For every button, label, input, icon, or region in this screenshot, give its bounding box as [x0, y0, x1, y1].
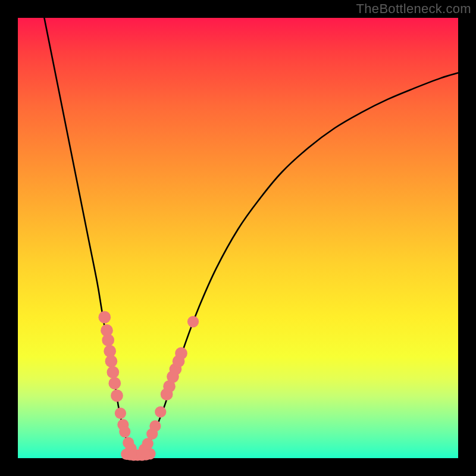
- watermark-text: TheBottleneck.com: [356, 1, 471, 17]
- plot-area: [18, 18, 458, 458]
- scatter-point: [111, 390, 123, 402]
- scatter-point: [108, 377, 121, 390]
- scatter-point: [187, 316, 199, 327]
- curve-curve-right: [139, 73, 459, 455]
- scatter-point: [115, 408, 126, 419]
- scatter-point: [98, 311, 111, 324]
- scatter-point: [149, 420, 161, 431]
- scatter-point: [155, 406, 166, 418]
- scatter-points: [98, 311, 199, 461]
- curve-lines: [44, 18, 458, 455]
- scatter-point: [107, 366, 119, 378]
- scatter-point: [119, 426, 130, 437]
- chart-frame: TheBottleneck.com: [0, 0, 476, 476]
- scatter-point: [102, 334, 114, 346]
- scatter-point: [105, 355, 118, 368]
- chart-svg: [18, 18, 458, 458]
- curve-curve-left: [44, 18, 139, 455]
- scatter-point: [175, 347, 187, 360]
